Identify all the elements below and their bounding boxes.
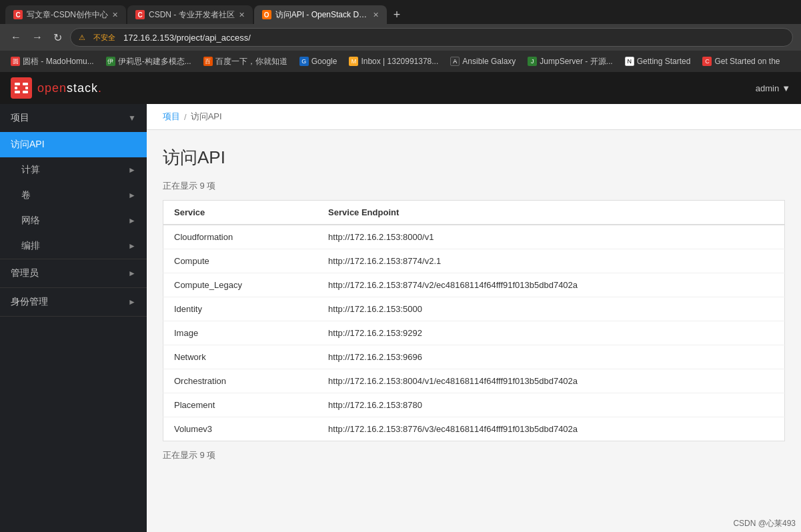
- page-header: 访问API: [147, 130, 801, 180]
- table-row: Network http://172.16.2.153:9696: [163, 345, 785, 369]
- breadcrumb-current: 访问API: [191, 111, 222, 123]
- bookmark-favicon-7: J: [528, 57, 537, 66]
- svg-rect-2: [15, 87, 17, 89]
- reload-button[interactable]: ↻: [51, 29, 65, 47]
- tab-bar: C 写文章-CSDN创作中心 ✕ C CSDN - 专业开发者社区 ✕ O 访问…: [0, 0, 801, 24]
- svg-rect-4: [15, 91, 20, 93]
- bookmark-favicon-3: 百: [203, 57, 213, 66]
- browser-chrome: C 写文章-CSDN创作中心 ✕ C CSDN - 专业开发者社区 ✕ O 访问…: [0, 0, 801, 72]
- admin-label: admin: [756, 83, 779, 93]
- tab-csdn-create[interactable]: C 写文章-CSDN创作中心 ✕: [5, 5, 126, 24]
- tab-csdn-community[interactable]: C CSDN - 专业开发者社区 ✕: [127, 5, 253, 24]
- service-endpoint: http://172.16.2.153:9292: [317, 321, 784, 345]
- service-name: Identity: [163, 297, 318, 321]
- tab-close-3[interactable]: ✕: [373, 11, 379, 19]
- table-row: Cloudformation http://172.16.2.153:8000/…: [163, 225, 785, 249]
- os-logo-text: openstack.: [37, 81, 102, 95]
- bookmark-label-6: Ansible Galaxy: [462, 57, 516, 66]
- header-right: admin ▼: [756, 83, 790, 93]
- bookmark-6[interactable]: A Ansible Galaxy: [445, 54, 521, 69]
- address-bar-row: ← → ↻ ⚠ 不安全 172.16.2.153/project/api_acc…: [0, 24, 801, 51]
- insecure-label: 不安全: [91, 30, 118, 45]
- tab-label-3: 访问API - OpenStack Dashboard: [275, 9, 369, 21]
- admin-section-chevron-icon: ►: [128, 269, 136, 278]
- col-endpoint: Service Endpoint: [317, 201, 784, 225]
- service-endpoint: http://172.16.2.153:8774/v2.1: [317, 249, 784, 273]
- bookmark-label-1: 圆梧 - MadoHomu...: [23, 56, 94, 67]
- bookmarks-bar: 圆 圆梧 - MadoHomu... 伊 伊莉思-构建多模态... 百 百度一下…: [0, 51, 801, 72]
- table-header-row: Service Service Endpoint: [163, 201, 785, 225]
- bookmark-1[interactable]: 圆 圆梧 - MadoHomu...: [5, 53, 99, 70]
- tab-close-1[interactable]: ✕: [112, 11, 118, 19]
- bookmark-7[interactable]: J JumpServer - 开源...: [522, 53, 618, 70]
- sidebar-item-api-access[interactable]: 访问API: [0, 132, 147, 157]
- item-count-bottom: 正在显示 9 项: [163, 449, 785, 461]
- sidebar-section-admin: 管理员 ►: [0, 259, 147, 288]
- sidebar-item-network[interactable]: 网络 ►: [0, 208, 147, 233]
- svg-rect-1: [23, 83, 28, 85]
- sidebar-admin-header[interactable]: 管理员 ►: [0, 259, 147, 287]
- project-chevron-icon: ▼: [128, 113, 136, 123]
- table-row: Volumev3 http://172.16.2.153:8776/v3/ec4…: [163, 417, 785, 441]
- tab-favicon-2: C: [135, 10, 145, 19]
- sidebar-section-project: 项目 ▼ 访问API 计算 ► 卷 ► 网络 ►: [0, 104, 147, 259]
- bookmark-2[interactable]: 伊 伊莉思-构建多模态...: [101, 53, 197, 70]
- sidebar-identity-label: 身份管理: [11, 296, 48, 308]
- bookmark-favicon-4: G: [299, 57, 309, 66]
- sidebar-item-orchestration[interactable]: 编排 ►: [0, 233, 147, 259]
- bookmark-3[interactable]: 百 百度一下，你就知道: [198, 53, 293, 70]
- sidebar-section-identity: 身份管理 ►: [0, 288, 147, 317]
- back-button[interactable]: ←: [8, 29, 24, 46]
- bookmark-favicon-5: M: [349, 57, 358, 66]
- service-name: Compute_Legacy: [163, 273, 318, 297]
- service-name: Volumev3: [163, 417, 318, 441]
- csdn-watermark: CSDN @心莱493: [733, 518, 796, 529]
- new-tab-button[interactable]: +: [388, 5, 406, 24]
- bookmark-label-8: Getting Started: [637, 57, 691, 66]
- table-row: Compute_Legacy http://172.16.2.153:8774/…: [163, 273, 785, 297]
- url-display: 172.16.2.153/project/api_access/: [123, 33, 251, 43]
- lock-icon: ⚠: [79, 33, 85, 42]
- sidebar-item-volumes[interactable]: 卷 ►: [0, 183, 147, 208]
- service-endpoint: http://172.16.2.153:8780: [317, 393, 784, 417]
- orchestration-chevron-icon: ►: [128, 241, 136, 251]
- sidebar-item-compute[interactable]: 计算 ►: [0, 157, 147, 183]
- address-bar[interactable]: ⚠ 不安全 172.16.2.153/project/api_access/: [70, 28, 793, 47]
- sidebar-admin-label: 管理员: [11, 267, 39, 279]
- bookmark-5[interactable]: M Inbox | 1320991378...: [343, 54, 444, 69]
- bookmark-favicon-2: 伊: [106, 57, 115, 66]
- network-chevron-icon: ►: [128, 216, 136, 225]
- service-name: Network: [163, 345, 318, 369]
- bookmark-9[interactable]: C Get Started on the: [697, 54, 785, 69]
- svg-rect-0: [15, 83, 20, 85]
- openstack-logo-icon: [11, 77, 32, 99]
- bookmark-label-9: Get Started on the: [714, 57, 780, 66]
- openstack-app: openstack. admin ▼ 项目 ▼ 访问API: [0, 72, 801, 532]
- forward-button[interactable]: →: [29, 29, 45, 46]
- service-endpoint: http://172.16.2.153:8776/v3/ec48168114f6…: [317, 417, 784, 441]
- table-row: Compute http://172.16.2.153:8774/v2.1: [163, 249, 785, 273]
- table-row: Placement http://172.16.2.153:8780: [163, 393, 785, 417]
- bookmark-label-7: JumpServer - 开源...: [540, 56, 612, 67]
- bookmark-favicon-9: C: [702, 57, 712, 66]
- admin-menu[interactable]: admin ▼: [756, 83, 790, 93]
- tab-close-2[interactable]: ✕: [239, 11, 245, 19]
- volumes-chevron-icon: ►: [128, 191, 136, 200]
- api-table: Service Service Endpoint Cloudformation …: [163, 200, 785, 441]
- breadcrumb-project-link[interactable]: 项目: [163, 111, 180, 123]
- bookmark-label-3: 百度一下，你就知道: [215, 56, 287, 67]
- bookmark-favicon-6: A: [450, 57, 460, 66]
- tab-openstack[interactable]: O 访问API - OpenStack Dashboard ✕: [254, 5, 387, 24]
- admin-chevron-icon: ▼: [782, 83, 790, 93]
- identity-chevron-icon: ►: [128, 297, 136, 307]
- sidebar: 项目 ▼ 访问API 计算 ► 卷 ► 网络 ►: [0, 104, 147, 532]
- bookmark-4[interactable]: G Google: [294, 54, 343, 69]
- tab-favicon-3: O: [262, 10, 271, 19]
- item-count-top: 正在显示 9 项: [163, 180, 785, 192]
- sidebar-identity-header[interactable]: 身份管理 ►: [0, 288, 147, 316]
- main-layout: 项目 ▼ 访问API 计算 ► 卷 ► 网络 ►: [0, 104, 801, 532]
- svg-rect-5: [23, 91, 28, 93]
- col-service: Service: [163, 201, 318, 225]
- sidebar-project-header[interactable]: 项目 ▼: [0, 104, 147, 132]
- bookmark-8[interactable]: N Getting Started: [620, 54, 696, 69]
